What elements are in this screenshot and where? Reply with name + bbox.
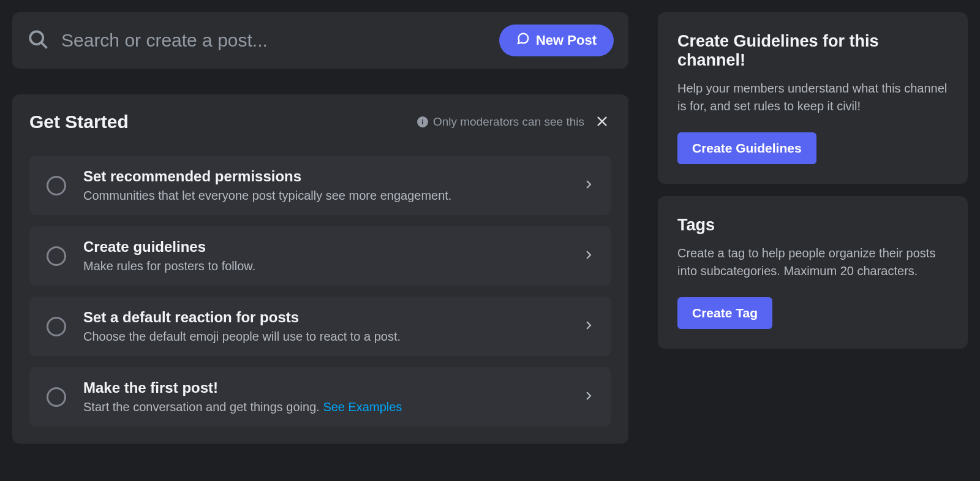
- step-title: Create guidelines: [83, 238, 566, 256]
- create-tag-button[interactable]: Create Tag: [677, 297, 772, 329]
- chevron-right-icon: [583, 179, 594, 192]
- step-desc: Choose the default emoji people will use…: [83, 330, 566, 344]
- chat-icon: [516, 32, 530, 49]
- step-set-permissions[interactable]: Set recommended permissions Communities …: [29, 156, 611, 215]
- svg-line-1: [42, 43, 47, 48]
- see-examples-link[interactable]: See Examples: [323, 400, 402, 414]
- step-default-reaction[interactable]: Set a default reaction for posts Choose …: [29, 297, 611, 356]
- tags-title: Tags: [677, 216, 948, 235]
- step-title: Make the first post!: [83, 379, 566, 396]
- step-first-post[interactable]: Make the first post! Start the conversat…: [29, 367, 611, 426]
- step-desc: Make rules for posters to follow.: [83, 259, 566, 273]
- get-started-title: Get Started: [29, 112, 129, 132]
- step-title: Set recommended permissions: [83, 168, 566, 185]
- close-button[interactable]: [593, 112, 611, 132]
- guidelines-card: Create Guidelines for this channel! Help…: [658, 12, 968, 184]
- guidelines-title: Create Guidelines for this channel!: [677, 32, 948, 70]
- step-status-circle: [47, 317, 66, 336]
- tags-desc: Create a tag to help people organize the…: [677, 244, 948, 280]
- step-desc: Start the conversation and get things go…: [83, 400, 566, 414]
- step-create-guidelines[interactable]: Create guidelines Make rules for posters…: [29, 226, 611, 286]
- info-icon: [417, 116, 428, 127]
- new-post-label: New Post: [536, 32, 597, 48]
- step-status-circle: [47, 387, 66, 407]
- moderator-note: Only moderators can see this: [433, 115, 584, 129]
- new-post-button[interactable]: New Post: [499, 25, 614, 56]
- search-input[interactable]: [61, 30, 487, 51]
- guidelines-desc: Help your members understand what this c…: [677, 80, 948, 115]
- search-bar: New Post: [12, 12, 628, 69]
- step-title: Set a default reaction for posts: [83, 309, 566, 326]
- tags-card: Tags Create a tag to help people organiz…: [658, 196, 968, 349]
- chevron-right-icon: [583, 320, 594, 333]
- create-guidelines-button[interactable]: Create Guidelines: [677, 132, 816, 164]
- search-icon: [27, 28, 49, 53]
- chevron-right-icon: [583, 390, 594, 404]
- step-desc: Communities that let everyone post typic…: [83, 189, 566, 203]
- svg-point-3: [422, 119, 423, 121]
- chevron-right-icon: [583, 249, 594, 263]
- close-icon: [595, 121, 609, 130]
- svg-rect-2: [422, 121, 423, 124]
- get-started-panel: Get Started Only moderators can see this: [12, 94, 628, 444]
- step-status-circle: [47, 176, 66, 195]
- step-status-circle: [47, 246, 66, 266]
